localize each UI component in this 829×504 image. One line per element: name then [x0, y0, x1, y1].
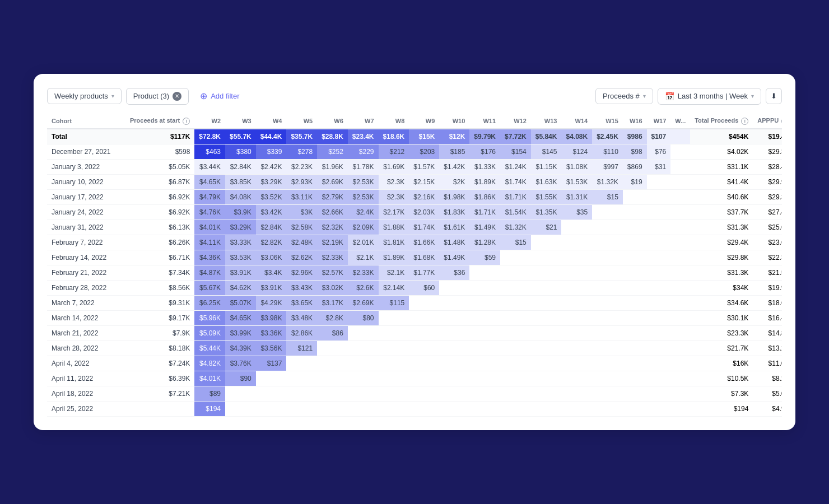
product-filter-button[interactable]: Product (3) ✕: [126, 88, 189, 105]
summary-cell: $29.94: [753, 174, 782, 189]
week-cell: [592, 220, 623, 235]
week-cell: $229: [348, 144, 379, 159]
weekly-products-button[interactable]: Weekly products ▾: [47, 88, 122, 104]
week-cell: [592, 356, 623, 371]
week-cell: $80: [348, 310, 379, 325]
week-cell: $2.32K: [317, 220, 348, 235]
week-cell: [500, 371, 531, 386]
week-cell: [469, 265, 500, 280]
week-cell: [409, 310, 439, 325]
cohort-cell: January 3, 2022: [47, 159, 125, 174]
week-cell: $194: [194, 401, 225, 416]
week-cell: [317, 340, 348, 356]
week-cell: [561, 340, 592, 356]
cohort-cell: January 10, 2022: [47, 174, 125, 189]
week-cell: [409, 356, 439, 371]
week-cell: $1.86K: [469, 189, 500, 204]
week-cell: $2.58K: [286, 220, 317, 235]
summary-cell: $31.3K: [690, 220, 753, 235]
week-cell: $145: [531, 144, 562, 159]
week-cell: [469, 295, 500, 310]
week-cell: [379, 371, 409, 386]
week-cell: $154: [500, 144, 531, 159]
week-cell: $1.98K: [439, 189, 469, 204]
proceeds-start-cell: $6.92K: [125, 204, 194, 220]
week-cell: $6.25K: [194, 295, 225, 310]
proceeds-start-cell: $6.92K: [125, 189, 194, 204]
week-cell: $380: [225, 144, 256, 159]
proceeds-button[interactable]: Proceeds # ▾: [595, 88, 653, 104]
table-row: January 24, 2022$6.92K$4.76K$3.9K$3.42K$…: [47, 204, 782, 220]
week-cell: $463: [194, 144, 225, 159]
total-cell: $72.8K: [194, 129, 225, 144]
week-cell: $2.53K: [348, 174, 379, 189]
week-cell: [409, 386, 439, 401]
summary-cell: $22.38: [753, 250, 782, 265]
proceeds-start-cell: $6.26K: [125, 235, 194, 250]
week-cell: [439, 310, 469, 325]
week-cell: $2.23K: [286, 159, 317, 174]
summary-cell: $14.83: [753, 325, 782, 340]
week-cell: [592, 371, 623, 386]
total-proceeds-info-icon[interactable]: i: [741, 118, 748, 125]
product-label: Product (3): [133, 92, 169, 100]
week-cell: $278: [286, 144, 317, 159]
table-row: March 28, 2022$8.18K$5.44K$4.39K$3.56K$1…: [47, 340, 782, 356]
week-cell: [469, 356, 500, 371]
week-cell: $2.03K: [409, 204, 439, 220]
week-cell: [623, 386, 647, 401]
week-cell: [348, 325, 379, 340]
week-cell: [379, 340, 409, 356]
week-cell: $1.74K: [409, 220, 439, 235]
apppu-info-icon[interactable]: i: [781, 118, 782, 125]
summary-cell: $28.45: [753, 159, 782, 174]
date-range-label: Last 3 months | Week: [678, 92, 748, 100]
week-cell: $1.32K: [592, 174, 623, 189]
week-cell: $3.85K: [225, 174, 256, 189]
week-cell: [670, 371, 690, 386]
week-cell: [647, 356, 671, 371]
week-cell: $3.98K: [256, 310, 287, 325]
proceeds-start-cell: $598: [125, 144, 194, 159]
week-cell: $3.65K: [286, 295, 317, 310]
week-cell: $4.87K: [194, 265, 225, 280]
download-button[interactable]: ⬇: [766, 88, 782, 104]
week-cell: [670, 204, 690, 220]
week-cell: $2.1K: [379, 265, 409, 280]
week-cell: [256, 371, 287, 386]
cohort-cell: February 21, 2022: [47, 265, 125, 280]
week-cell: [623, 280, 647, 295]
week-cell: $3.56K: [256, 340, 287, 356]
week-cell: [379, 325, 409, 340]
week-cell: $4.11K: [194, 235, 225, 250]
col-w16: W16: [623, 114, 647, 129]
week-cell: [561, 310, 592, 325]
proceeds-start-info-icon[interactable]: i: [183, 118, 190, 125]
week-cell: $3.02K: [317, 280, 348, 295]
week-cell: $212: [379, 144, 409, 159]
week-cell: $1.35K: [531, 204, 562, 220]
add-filter-button[interactable]: ⊕ Add filter: [193, 87, 246, 105]
summary-cell: $194: [690, 401, 753, 416]
week-cell: $4.36K: [194, 250, 225, 265]
week-cell: [670, 265, 690, 280]
week-cell: [348, 401, 379, 416]
week-cell: $3.53K: [225, 250, 256, 265]
total-cell: $35.7K: [286, 129, 317, 144]
cohort-cell: April 25, 2022: [47, 401, 125, 416]
table-row: March 7, 2022$9.31K$6.25K$5.07K$4.29K$3.…: [47, 295, 782, 310]
week-cell: [670, 250, 690, 265]
cohort-cell: March 7, 2022: [47, 295, 125, 310]
week-cell: $1.08K: [561, 159, 592, 174]
week-cell: [348, 340, 379, 356]
date-range-button[interactable]: 📅 Last 3 months | Week ▾: [658, 88, 761, 105]
week-cell: $1.61K: [439, 220, 469, 235]
week-cell: [623, 295, 647, 310]
week-cell: $1.53K: [561, 174, 592, 189]
week-cell: [592, 235, 623, 250]
remove-product-icon[interactable]: ✕: [173, 92, 181, 101]
week-cell: [623, 265, 647, 280]
download-icon: ⬇: [771, 92, 777, 100]
week-cell: [469, 280, 500, 295]
week-cell: $252: [317, 144, 348, 159]
